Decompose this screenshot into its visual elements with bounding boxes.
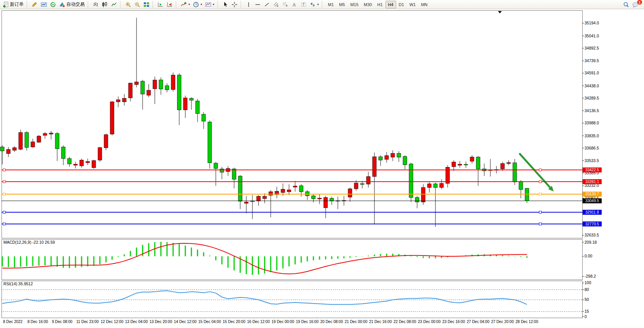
line-handle[interactable] xyxy=(3,180,5,183)
trendline-button[interactable] xyxy=(262,1,271,8)
candle-body xyxy=(293,186,297,187)
line-handle[interactable] xyxy=(3,211,5,214)
bar-chart-button[interactable] xyxy=(91,1,100,8)
chart-window-button[interactable] xyxy=(39,1,48,8)
fibonacci-button[interactable]: F xyxy=(281,1,290,8)
candle-body xyxy=(403,156,407,165)
toolbar-separator xyxy=(322,1,324,8)
signal-button[interactable] xyxy=(48,1,58,8)
price-axis-label: 34289.5 xyxy=(585,96,599,100)
timeframe-w1[interactable]: W1 xyxy=(407,1,419,8)
toolbar-separator xyxy=(241,1,243,8)
candle-body xyxy=(312,196,315,199)
cursor-button[interactable] xyxy=(221,1,230,8)
price-tag-label: 33049.5 xyxy=(585,199,599,203)
candle-body xyxy=(464,164,468,165)
price-tag-label: 33422.5 xyxy=(585,168,599,172)
time-axis-label: 28 Dec 12:00 xyxy=(516,320,538,324)
time-axis-label: 27 Dec 04:00 xyxy=(467,320,490,324)
candle-body xyxy=(263,196,267,199)
equidistant-channel-icon: E xyxy=(273,2,279,8)
time-axis-label: 20 Dec 08:00 xyxy=(320,320,343,324)
candle-body xyxy=(501,164,504,169)
line-chart-button[interactable] xyxy=(109,1,119,8)
svg-text:A: A xyxy=(293,2,296,7)
candlestick-chart-button[interactable] xyxy=(100,1,109,8)
chart-canvas[interactable]: 35194.035041.034892.534739.534591.034438… xyxy=(0,9,644,328)
candle-body xyxy=(421,188,425,202)
candle-body xyxy=(116,100,120,102)
price-axis-label: 34739.5 xyxy=(585,58,599,63)
zoom-out-button[interactable] xyxy=(133,1,142,8)
periods-clock-icon xyxy=(193,2,199,8)
price-axis-label: 34136.5 xyxy=(585,108,599,113)
line-handle[interactable] xyxy=(539,223,541,225)
new-order-button[interactable]: 新订单 xyxy=(1,1,25,8)
arrows-button[interactable]: ▾ xyxy=(308,1,320,8)
price-tag-label: 33281.1 xyxy=(585,180,599,184)
time-axis-label: 21 Dec 16:00 xyxy=(369,320,392,324)
chart-shift-button[interactable] xyxy=(165,1,174,8)
candle-body xyxy=(397,153,401,157)
candle-body xyxy=(220,169,224,172)
candle-body xyxy=(458,164,462,166)
candle-body xyxy=(171,75,175,90)
equidistant-channel-button[interactable]: E xyxy=(271,1,281,8)
vertical-line-button[interactable] xyxy=(244,1,253,8)
line-handle[interactable] xyxy=(3,193,5,195)
time-axis-label: 13 Dec 04:00 xyxy=(125,320,148,324)
candle-body xyxy=(214,163,218,169)
tile-windows-icon xyxy=(143,2,149,8)
periods-button[interactable]: ▾ xyxy=(191,1,204,8)
crosshair-icon xyxy=(231,2,238,8)
candle-body xyxy=(55,133,59,149)
candle-body xyxy=(440,183,443,188)
templates-button[interactable]: ▾ xyxy=(204,1,216,8)
chart-area[interactable]: ▼DJ30-,H4 33200.5 33204.5 33022.5 33049.… xyxy=(0,9,644,328)
candle-body xyxy=(177,75,181,110)
candle-body xyxy=(98,148,102,160)
autotrading-icon xyxy=(59,2,65,8)
time-axis-label: 27 Dec 20:00 xyxy=(491,320,514,324)
dropdown-caret: ▾ xyxy=(213,3,214,6)
auto-scroll-icon xyxy=(157,2,164,8)
candle-body xyxy=(43,133,47,135)
timeframe-h1[interactable]: H1 xyxy=(374,1,385,8)
timeframe-d1[interactable]: D1 xyxy=(396,1,407,8)
dropdown-caret: ▾ xyxy=(201,3,202,6)
line-handle[interactable] xyxy=(539,211,541,214)
horizontal-line-button[interactable] xyxy=(253,1,262,8)
auto-trading-button[interactable]: 自动交易 xyxy=(58,1,86,8)
zoom-in-button[interactable] xyxy=(124,1,133,8)
line-handle[interactable] xyxy=(3,169,5,171)
crosshair-button[interactable] xyxy=(230,1,239,8)
timeframe-m5[interactable]: M5 xyxy=(336,1,347,8)
timeframe-m1[interactable]: M1 xyxy=(325,1,336,8)
auto-scroll-button[interactable] xyxy=(156,1,165,8)
chat-button[interactable]: 1 xyxy=(631,1,641,8)
time-axis-label: 8 Dec 2022 xyxy=(3,320,23,324)
candle-body xyxy=(153,80,157,89)
candle-body xyxy=(507,162,511,164)
bar-chart-icon xyxy=(93,2,99,8)
time-axis-label: 13 Dec 20:00 xyxy=(149,320,172,324)
candle-body xyxy=(360,183,364,184)
search-button[interactable] xyxy=(622,1,631,8)
timeframe-mn[interactable]: MN xyxy=(418,1,430,8)
line-handle[interactable] xyxy=(539,193,541,195)
add-indicator-button[interactable]: ▾ xyxy=(179,1,191,8)
timeframe-m15[interactable]: M15 xyxy=(348,1,361,8)
candle-body xyxy=(379,157,382,160)
text-button[interactable]: A xyxy=(290,1,299,8)
rsi-axis-label: 80 xyxy=(585,287,589,292)
pencil-button[interactable] xyxy=(30,1,39,8)
chart-window-icon xyxy=(41,2,47,8)
timeframe-h4[interactable]: H4 xyxy=(385,1,396,8)
candle-body xyxy=(110,102,114,134)
tile-windows-button[interactable] xyxy=(142,1,151,8)
line-handle[interactable] xyxy=(539,169,541,171)
timeframe-m30[interactable]: M30 xyxy=(361,1,374,8)
text-label-button[interactable]: T xyxy=(299,1,308,8)
line-handle[interactable] xyxy=(539,180,541,183)
line-handle[interactable] xyxy=(3,223,5,225)
